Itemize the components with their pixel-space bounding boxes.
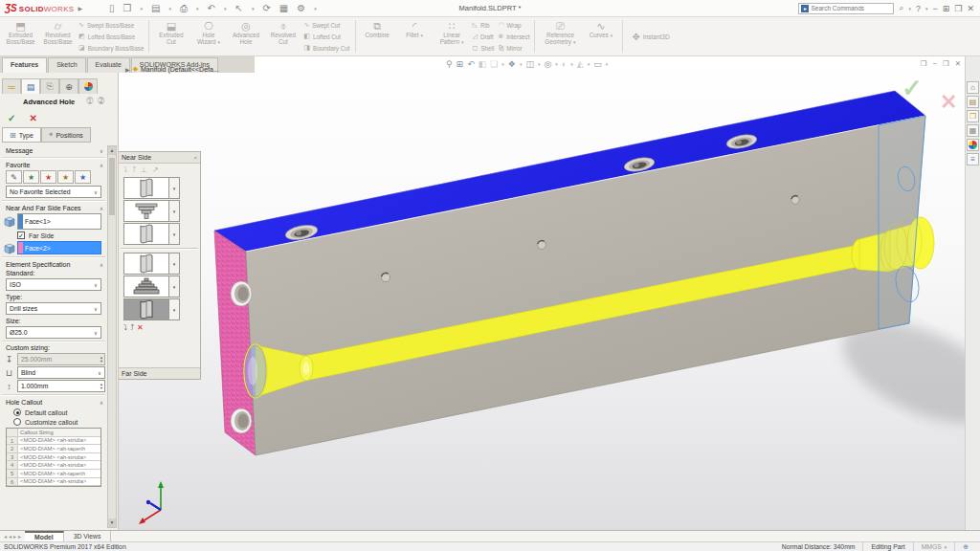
confirm-ok-corner[interactable]: ✓ [902,74,923,103]
wrap-button[interactable]: ◠Wrap [498,21,529,29]
straight-profile-thumb[interactable] [123,253,169,275]
instant3d-button[interactable]: ✥ Instant3D [626,32,675,42]
load-favorite-button[interactable]: ★ [75,170,91,184]
far-side-checkbox[interactable]: ✓ [17,231,25,239]
customize-callout-row[interactable]: Customize callout [13,418,107,426]
tab-evaluate[interactable]: Evaluate [87,57,130,73]
far-face-item-selected[interactable]: Face<2> [23,242,100,253]
element-type-dropdown[interactable]: ▾ [169,276,180,298]
feature-manager-tab[interactable]: ≔ [2,78,21,94]
search-input[interactable] [811,5,887,11]
property-manager-tab[interactable]: ▤ [21,78,40,94]
extruded-cut-button[interactable]: ⬓ ExtrudedCut [152,18,189,55]
view-settings-icon[interactable]: ▭ [593,59,602,69]
graphics-viewport[interactable]: ▶ ◆ Manifold (Default<<Defa... ⚲ ⊞ ↶ ◧ ❏… [119,56,965,530]
hole-callout-section-header[interactable]: Hole Callout∧ [0,397,107,407]
element-type-dropdown[interactable]: ▾ [169,298,180,320]
taper-profile-thumb[interactable] [123,200,169,222]
fillet-button[interactable]: ◜ Fillet [396,18,434,55]
tab-prev-icon[interactable]: ◂ [9,533,11,540]
rib-button[interactable]: ◺Rib [473,21,495,29]
configuration-manager-tab[interactable]: ⎘ [40,78,59,94]
type-dropdown[interactable]: Drill sizes [6,302,101,315]
table-row[interactable]: 2<MOD-DIAM> <ah-taperth [7,445,100,453]
swept-cut-button[interactable]: ∿Swept Cut [303,21,349,29]
delete-element-icon[interactable]: ✕ [137,323,144,332]
maximize-button[interactable]: ⊞ [943,4,950,13]
insert-element-above-icon[interactable]: ⤴ [130,323,134,332]
intersect-button[interactable]: ⊗Intersect [498,33,529,40]
near-element-2[interactable]: ▾ [123,200,200,222]
apply-defaults-button[interactable]: ✎ [6,170,22,184]
favorite-dropdown[interactable]: No Favorite Selected [6,186,101,198]
edit-appearance-icon[interactable]: ◐ [562,59,567,69]
resources-home-icon[interactable]: ⌂ [967,81,979,94]
tab-first-icon[interactable]: ◂ [4,533,7,540]
curves-button[interactable]: ∿ Curves [582,18,619,55]
file-explorer-icon[interactable]: ❒ [967,110,979,122]
shell-button[interactable]: ◻Shell [473,44,495,52]
apply-scene-icon[interactable]: ◭ [577,59,584,69]
new-icon[interactable]: ▯ [109,3,115,13]
near-element-3[interactable]: ▾ [123,223,200,245]
ok-button[interactable]: ✓ [8,113,15,123]
units-selector[interactable]: MMGS▾ [913,542,955,551]
display-manager-tab[interactable] [78,78,98,94]
far-element-3-selected[interactable]: ▾ [123,298,200,320]
element-spec-section-header[interactable]: Element Specification∧ [0,259,107,269]
element-type-dropdown[interactable]: ▾ [169,253,180,275]
table-row[interactable]: 6<MOD-DIAM> <ah-strtdia> [7,478,100,487]
favorite-section-header[interactable]: Favorite∧ [0,160,107,169]
element-type-dropdown[interactable]: ▾ [169,200,180,222]
confirm-cancel-corner[interactable]: ✕ [940,90,957,115]
dimxpert-manager-tab[interactable]: ⊕ [59,78,78,94]
restore-button[interactable]: ❐ [954,4,962,13]
insert-element-below-icon[interactable]: ⤵ [123,165,127,174]
undo-icon[interactable]: ↶ [208,3,215,13]
close-button[interactable]: ✕ [967,4,974,13]
insert-element-below-icon[interactable]: ⤵ [123,323,127,332]
far-element-2[interactable]: ▾ [123,276,200,298]
mirror-button[interactable]: ⧎Mirror [498,44,529,52]
far-element-1[interactable]: ▾ [123,253,200,275]
search-icon[interactable]: ⌕ [899,3,903,13]
advanced-hole-button[interactable]: ◎ AdvancedHole [227,18,264,55]
scroll-down-icon[interactable]: ▼ [108,518,116,527]
rebuild-icon[interactable]: ⟳ [262,3,270,13]
scroll-thumb[interactable] [109,158,115,215]
size-dropdown[interactable]: Ø25.0 [6,326,101,339]
add-favorite-button[interactable]: ★ [23,170,39,184]
previous-view-icon[interactable]: ↶ [467,59,475,69]
tab-features[interactable]: Features [2,57,47,73]
straight-profile-thumb[interactable] [123,223,169,245]
draft-button[interactable]: ◿Draft [473,33,495,40]
hole-diameter-field[interactable]: 25.000mm ▲▼ [17,353,105,365]
cancel-button[interactable]: ✕ [29,113,36,123]
doc-restore-button[interactable]: ❐ [943,59,949,68]
far-face-selection-box[interactable]: Face<2> [17,241,101,254]
table-row[interactable]: 5<MOD-DIAM> <ah-taperth [7,470,100,478]
appearances-scenes-icon[interactable] [967,139,979,151]
boundary-boss-base-button[interactable]: ◪Boundary Boss/Base [78,44,144,52]
revolved-boss-base-button[interactable]: ⌭ RevolvedBoss/Base [39,18,77,55]
model-tab[interactable]: Model [25,531,64,541]
straight-profile-thumb-selected[interactable] [123,298,169,320]
table-row[interactable]: 1<MOD-DIAM> <ah-strtdia> [7,437,100,446]
linear-pattern-button[interactable]: ∷ LinearPattern [434,18,471,55]
pin-icon[interactable]: ➀ [87,97,94,105]
open-icon[interactable]: ❒ [123,3,132,13]
table-row[interactable]: 3<MOD-DIAM> <ah-strtdia> [7,453,100,462]
swept-boss-base-button[interactable]: ∿Swept Boss/Base [78,21,144,29]
feature-tree-flyout[interactable]: ▶ ◆ Manifold (Default<<Defa... [125,65,219,73]
lofted-cut-button[interactable]: ◧Lofted Cut [303,33,349,40]
print-icon[interactable]: ⎙ [180,3,188,14]
element-type-dropdown[interactable]: ▾ [169,223,180,245]
offset-value-field[interactable]: 1.000mm ▲▼ [17,380,105,392]
pm-scrollbar[interactable]: ▲ ▼ [107,145,117,528]
taper-up-profile-thumb[interactable] [123,276,169,298]
file-properties-icon[interactable]: ▦ [279,3,288,13]
combine-button[interactable]: ⧉ Combine [359,18,396,55]
message-section-header[interactable]: Message∨ [0,145,107,155]
delete-favorite-button[interactable]: ★ [40,170,56,184]
reverse-stack-icon[interactable]: ⊥ [141,165,147,174]
